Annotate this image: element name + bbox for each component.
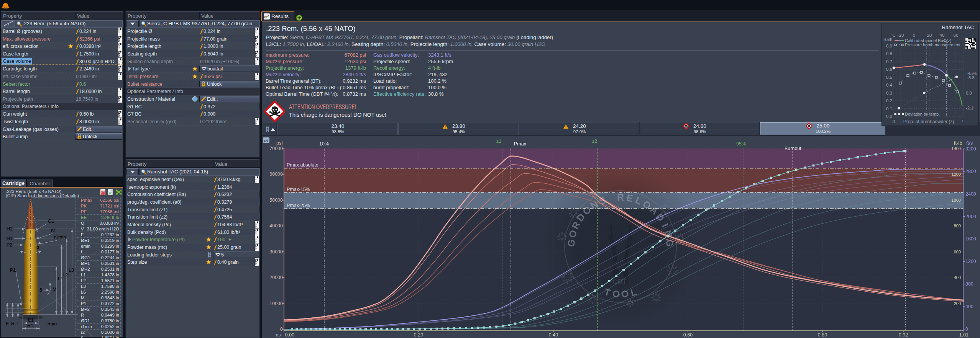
svg-text:-20: -20 (898, 33, 904, 38)
svg-text:P1: P1 (10, 268, 16, 273)
svg-text:-2.1: -2.1 (966, 106, 973, 110)
svg-text:0.80: 0.80 (818, 332, 827, 338)
svg-text:10%: 10% (319, 141, 329, 147)
svg-text:20000: 20000 (269, 275, 283, 280)
svg-text:GRT: GRT (613, 278, 627, 286)
svg-text:i: i (194, 97, 195, 101)
svg-text:0: 0 (893, 119, 895, 124)
svg-text:0.8: 0.8 (886, 51, 892, 56)
svg-text:emin: emin (46, 321, 57, 327)
svg-text:60000: 60000 (269, 171, 283, 177)
svg-text:40000: 40000 (269, 223, 283, 229)
svg-text:R: R (11, 321, 15, 327)
svg-text:1400: 1400 (952, 146, 961, 151)
svg-text:1000: 1000 (952, 198, 961, 202)
svg-text:ft/s: ft/s (966, 140, 973, 146)
svg-text:Deviation by temp.: Deviation by temp. (905, 112, 940, 116)
svg-text:G: G (566, 239, 577, 247)
svg-text:M: M (53, 287, 56, 292)
svg-text:Prop. of burnt powder (z): Prop. of burnt powder (z) (903, 119, 954, 124)
svg-text:0.5: 0.5 (886, 75, 892, 80)
svg-text:H1: H1 (7, 236, 13, 241)
svg-text:1.01: 1.01 (959, 332, 969, 338)
svg-text:50000: 50000 (269, 198, 283, 203)
svg-text:H2: H2 (7, 226, 13, 232)
svg-text:Ramshot TAC: Ramshot TAC (942, 24, 974, 30)
svg-text:Burnout: Burnout (785, 146, 801, 151)
svg-text:r1min: r1min (54, 235, 66, 240)
svg-text:0: 0 (280, 327, 283, 332)
svg-text:P2: P2 (7, 242, 12, 248)
svg-text:R: R (617, 192, 624, 202)
svg-text:800: 800 (965, 281, 973, 287)
svg-text:0: 0 (913, 33, 915, 38)
svg-text:L3: L3 (69, 268, 74, 273)
svg-text:0.0: 0.0 (966, 91, 972, 95)
svg-text:1600: 1600 (965, 236, 976, 242)
svg-text:Pmax: Pmax (514, 141, 527, 147)
svg-text:60: 60 (954, 33, 959, 38)
svg-text:2000: 2000 (965, 214, 976, 219)
svg-text:°C: °C (891, 33, 896, 38)
svg-text:E1: E1 (28, 317, 34, 323)
svg-text:R1: R1 (27, 323, 33, 328)
svg-text:0.92: 0.92 (899, 332, 908, 338)
svg-text:L1: L1 (58, 276, 63, 281)
svg-text:O: O (621, 288, 629, 300)
svg-text:30000: 30000 (269, 249, 283, 255)
svg-text:400: 400 (954, 275, 961, 280)
svg-text:2400: 2400 (965, 191, 976, 197)
svg-text:z2: z2 (592, 139, 597, 144)
svg-text:+3.8: +3.8 (966, 75, 975, 80)
svg-text:70000: 70000 (269, 146, 283, 151)
svg-text:0: 0 (965, 327, 968, 332)
svg-text:L2: L2 (63, 272, 69, 278)
svg-text:0.4: 0.4 (886, 83, 893, 87)
svg-text:600: 600 (954, 250, 961, 254)
svg-text:0.60: 0.60 (683, 332, 693, 338)
svg-text:p/t: p/t (264, 138, 268, 142)
svg-text:0.6: 0.6 (886, 67, 892, 72)
svg-text:0.3: 0.3 (886, 91, 892, 95)
svg-text:0.00: 0.00 (285, 332, 294, 338)
svg-text:10000: 10000 (269, 301, 283, 306)
svg-text:1200: 1200 (965, 259, 976, 264)
svg-text:Pmax-25%: Pmax-25% (287, 203, 310, 208)
svg-text:400: 400 (965, 304, 973, 309)
svg-text:G1: G1 (48, 219, 54, 224)
svg-text:0.40: 0.40 (549, 332, 558, 338)
svg-text:Pmax-15%: Pmax-15% (287, 187, 310, 192)
svg-text:95%: 95% (736, 141, 746, 147)
svg-text:α: α (36, 245, 39, 250)
svg-text:0.20: 0.20 (414, 332, 423, 338)
svg-text:PDF: PDF (101, 190, 105, 193)
svg-text:800: 800 (954, 224, 961, 228)
svg-text:f: f (16, 321, 18, 327)
svg-text:20: 20 (927, 33, 932, 38)
svg-text:E: E (6, 321, 9, 327)
svg-text:BaΦ: BaΦ (883, 37, 892, 42)
svg-text:z1: z1 (496, 139, 501, 144)
svg-text:3200: 3200 (965, 146, 976, 152)
svg-text:2800: 2800 (965, 169, 976, 174)
svg-text:Pressure bomb measurement: Pressure bomb measurement (905, 42, 960, 47)
svg-text:ms: ms (274, 332, 281, 338)
svg-text:Pmax absolute: Pmax absolute (287, 162, 318, 168)
svg-text:1: 1 (962, 119, 964, 124)
svg-text:0.1: 0.1 (886, 106, 892, 111)
svg-text:200: 200 (954, 301, 961, 306)
svg-text:1200: 1200 (952, 172, 961, 176)
svg-text:0.9: 0.9 (886, 44, 892, 48)
svg-text:ft-lb: ft-lb (954, 140, 962, 146)
svg-text:psi: psi (276, 140, 283, 146)
svg-text:δ: δ (39, 287, 42, 293)
svg-text:0.2: 0.2 (886, 98, 892, 103)
svg-text:0.0: 0.0 (886, 114, 892, 119)
svg-text:0.7: 0.7 (886, 59, 892, 64)
svg-text:40: 40 (940, 33, 945, 38)
svg-text:r2: r2 (51, 228, 55, 233)
